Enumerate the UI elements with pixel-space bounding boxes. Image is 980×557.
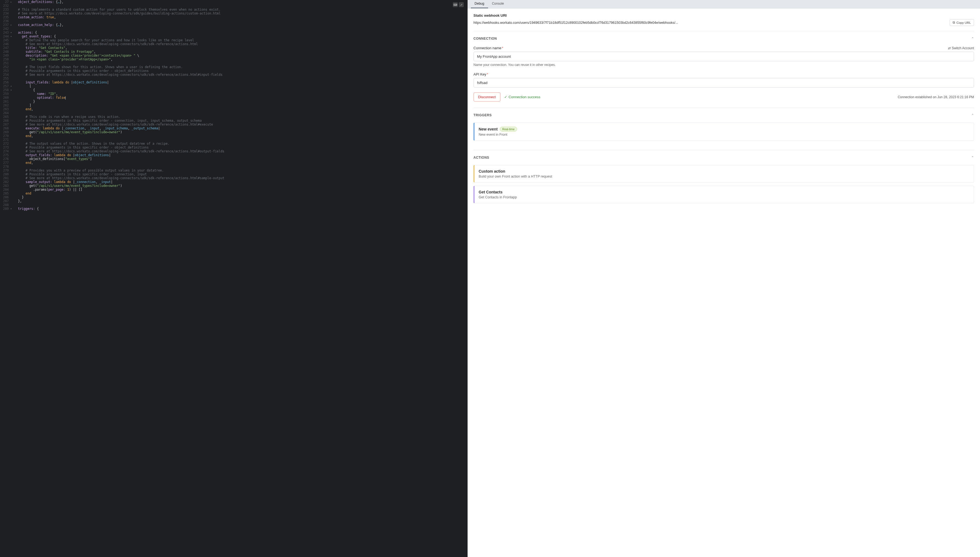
fold-marker[interactable]: ▾ <box>10 84 14 88</box>
code-content[interactable]: # The output values of the action. Shows… <box>14 142 468 145</box>
actions-section-header[interactable]: ACTIONS ⌃ <box>468 150 980 165</box>
expand-icon[interactable]: ⤢ <box>459 2 464 7</box>
code-line[interactable]: 249 description: "Get <span class='provi… <box>0 54 468 57</box>
code-content[interactable]: optional: false <box>14 96 468 99</box>
code-content[interactable]: end, <box>14 107 468 111</box>
code-line[interactable]: 273 # Possible arguements in this specif… <box>0 145 468 149</box>
code-content[interactable]: ] <box>14 103 468 107</box>
code-editor[interactable]: ⌨ ⤢ 27▸ object_definitions: {…},232233 #… <box>0 0 468 557</box>
code-line[interactable]: 266 # Possible arguements in this specif… <box>0 119 468 122</box>
code-content[interactable]: sample_output: lambda do |_connection, _… <box>14 180 468 184</box>
code-line[interactable]: 288 <box>0 203 468 207</box>
code-content[interactable]: # Possible arguements in this specific o… <box>14 119 468 122</box>
code-line[interactable]: 284 .params(per_page: 1) || [] <box>0 188 468 192</box>
editor-scroll[interactable]: 27▸ object_definitions: {…},232233 # Thi… <box>0 0 468 557</box>
code-content[interactable]: # Possible arguements in this specific o… <box>14 69 468 73</box>
code-line[interactable]: 279 # Provides you with a preview of pos… <box>0 169 468 173</box>
code-line[interactable]: 263 end, <box>0 107 468 111</box>
code-content[interactable] <box>14 4 468 8</box>
code-line[interactable]: 269 get("/api/v1/users/me/event_types?in… <box>0 130 468 134</box>
code-content[interactable]: # The input fields shown for this action… <box>14 65 468 69</box>
trigger-card[interactable]: New eventReal-timeNew event in Front <box>474 122 974 141</box>
code-content[interactable]: # See more at https://docs.workato.com/d… <box>14 176 468 180</box>
code-line[interactable]: 274 # See more at https://docs.workato.c… <box>0 149 468 153</box>
code-content[interactable] <box>14 19 468 23</box>
code-line[interactable]: 264 <box>0 111 468 115</box>
code-content[interactable]: subtitle: "Get Contacts in Frontapp", <box>14 50 468 54</box>
code-line[interactable]: 256 input_fields: lambda do |object_defi… <box>0 80 468 84</box>
code-line[interactable]: 259 name: "ID", <box>0 92 468 96</box>
code-line[interactable]: 248 subtitle: "Get Contacts in Frontapp"… <box>0 50 468 54</box>
code-content[interactable]: # Possible arguements in this specific o… <box>14 145 468 149</box>
code-line[interactable]: 261 } <box>0 99 468 103</box>
keyboard-icon[interactable]: ⌨ <box>453 2 458 7</box>
code-content[interactable]: get("/api/v1/users/me/event_types?includ… <box>14 130 468 134</box>
code-content[interactable]: end, <box>14 161 468 165</box>
code-line[interactable]: 258▾ { <box>0 88 468 92</box>
code-content[interactable] <box>14 203 468 207</box>
code-content[interactable]: triggers: { <box>14 207 468 211</box>
code-content[interactable]: # Provides you with a preview of possibl… <box>14 169 468 173</box>
code-line[interactable]: 237▸ custom_action_help: {…}, <box>0 23 468 27</box>
code-line[interactable]: 276 object_definitions["event_types"] <box>0 157 468 161</box>
code-line[interactable]: 254 # See more at https://docs.workato.c… <box>0 73 468 77</box>
code-line[interactable]: 270 end, <box>0 134 468 138</box>
code-line[interactable]: 242 <box>0 27 468 31</box>
fold-marker[interactable]: ▾ <box>10 34 14 38</box>
fold-marker[interactable]: ▸ <box>10 0 14 4</box>
code-line[interactable]: 262 ] <box>0 103 468 107</box>
code-content[interactable]: # See more at https://docs.workato.com/d… <box>14 149 468 153</box>
code-content[interactable]: { <box>14 88 468 92</box>
action-card[interactable]: Get ContactsGet Contacts in Frontapp <box>474 186 974 203</box>
code-line[interactable]: 265 # This code is run when a recipe use… <box>0 115 468 119</box>
code-line[interactable]: 275 output_fields: lambda do |object_def… <box>0 153 468 157</box>
code-content[interactable]: name: "ID", <box>14 92 468 96</box>
code-content[interactable]: object_definitions: {…}, <box>14 0 468 4</box>
code-line[interactable]: 268 execute: lambda do |_connection, _in… <box>0 126 468 130</box>
code-line[interactable]: 271 <box>0 138 468 142</box>
code-line[interactable]: 246 # See more at https://docs.workato.c… <box>0 42 468 46</box>
code-content[interactable]: input_fields: lambda do |object_definiti… <box>14 80 468 84</box>
code-line[interactable]: 289▾ triggers: { <box>0 207 468 211</box>
code-line[interactable]: 278 <box>0 165 468 169</box>
code-content[interactable]: custom_action_help: {…}, <box>14 23 468 27</box>
code-line[interactable]: 233 # This implements a standard custom … <box>0 8 468 11</box>
code-line[interactable]: 235 custom_action: true, <box>0 15 468 19</box>
code-line[interactable]: 27▸ object_definitions: {…}, <box>0 0 468 4</box>
code-line[interactable]: 255 <box>0 77 468 80</box>
code-content[interactable]: # See more at https://docs.workato.com/d… <box>14 73 468 77</box>
code-line[interactable]: 257▾ [ <box>0 84 468 88</box>
code-line[interactable]: 250 "in <span class='provider'>FrontApp<… <box>0 57 468 61</box>
code-content[interactable]: # This implements a standard custom acti… <box>14 8 468 11</box>
code-line[interactable]: 247 title: "Get Contacts", <box>0 46 468 50</box>
code-line[interactable]: 232 <box>0 4 468 8</box>
code-content[interactable]: [ <box>14 84 468 88</box>
fold-marker[interactable]: ▾ <box>10 88 14 92</box>
code-content[interactable]: execute: lambda do |_connection, _input,… <box>14 126 468 130</box>
connection-name-input[interactable] <box>474 52 974 61</box>
code-content[interactable]: # See more at https://docs.workato.com/d… <box>14 11 468 15</box>
code-content[interactable] <box>14 27 468 31</box>
code-content[interactable]: actions: { <box>14 31 468 34</box>
code-line[interactable]: 253 # Possible arguements in this specif… <box>0 69 468 73</box>
code-content[interactable] <box>14 61 468 65</box>
code-content[interactable]: object_definitions["event_types"] <box>14 157 468 161</box>
code-content[interactable]: .params(per_page: 1) || [] <box>14 188 468 192</box>
code-line[interactable]: 243▾ actions: { <box>0 31 468 34</box>
code-content[interactable]: title: "Get Contacts", <box>14 46 468 50</box>
code-content[interactable]: # Possible arguements in this specific o… <box>14 173 468 176</box>
code-content[interactable]: get_event_types: { <box>14 34 468 38</box>
code-line[interactable]: 251 <box>0 61 468 65</box>
code-line[interactable]: 287 }, <box>0 199 468 203</box>
code-line[interactable]: 286 } <box>0 195 468 199</box>
code-line[interactable]: 285 end <box>0 192 468 195</box>
code-content[interactable]: } <box>14 195 468 199</box>
code-content[interactable]: end <box>14 192 468 195</box>
disconnect-button[interactable]: Disconnect <box>474 93 501 101</box>
code-content[interactable]: "in <span class='provider'>FrontApp</spa… <box>14 57 468 61</box>
code-content[interactable]: # This code is run when a recipe uses th… <box>14 115 468 119</box>
code-line[interactable]: 260 optional: false <box>0 96 468 99</box>
api-key-input[interactable] <box>474 78 974 88</box>
code-line[interactable]: 245 # Define the way people search for y… <box>0 38 468 42</box>
tab-console[interactable]: Console <box>488 0 508 8</box>
